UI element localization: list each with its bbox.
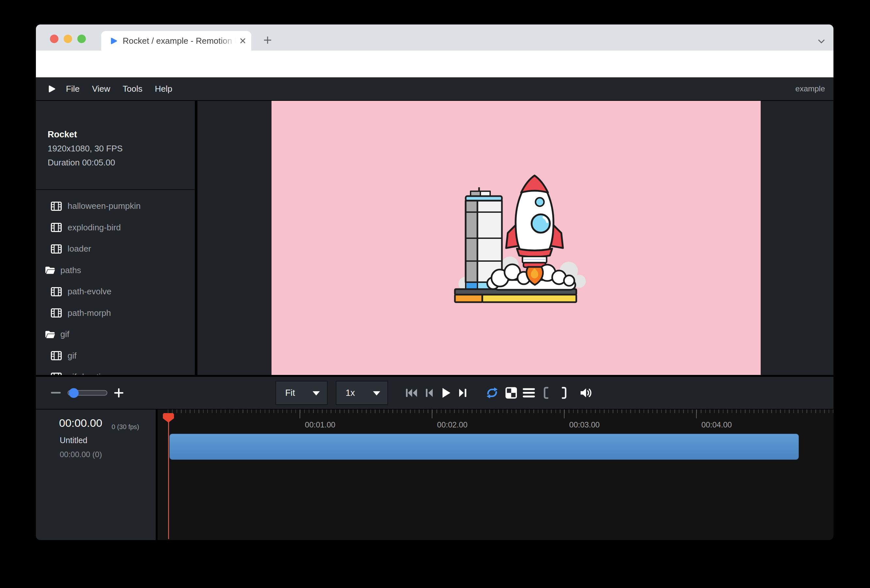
track-time-label: 00:00.00 (0) xyxy=(60,450,102,459)
rocket-illustration xyxy=(450,170,587,307)
tab-close-icon[interactable] xyxy=(240,37,246,44)
volume-button[interactable] xyxy=(579,387,594,399)
close-window-button[interactable] xyxy=(50,34,58,43)
sidebar-item-gif[interactable]: gif xyxy=(36,345,195,367)
loop-toggle-button[interactable] xyxy=(484,387,500,399)
volume-icon xyxy=(580,387,593,399)
next-frame-button[interactable] xyxy=(457,387,469,398)
ruler-label: 00:01.00 xyxy=(297,420,343,429)
sidebar-divider xyxy=(36,189,195,190)
sidebar-item-loader[interactable]: loader xyxy=(36,238,195,260)
main-area: Rocket 1920x1080, 30 FPS Duration 00:05.… xyxy=(36,101,833,375)
browser-tab[interactable]: Rocket / example - Remotion P xyxy=(101,31,251,51)
timeline-rows-button[interactable] xyxy=(522,388,535,398)
film-icon xyxy=(51,308,62,318)
bracket-in-icon xyxy=(543,387,549,399)
zoom-out-button[interactable] xyxy=(51,392,61,394)
app-menubar: File View Tools Help example xyxy=(36,77,833,100)
tab-title: Rocket / example - Remotion P xyxy=(123,36,240,46)
film-icon xyxy=(51,351,62,360)
timeline-info-panel: 00:00.00 0 (30 fps) Untitled 00:00.00 (0… xyxy=(36,409,156,540)
in-point-button[interactable] xyxy=(542,387,550,399)
skip-start-icon xyxy=(405,387,418,398)
minus-icon xyxy=(51,392,61,394)
sidebar-preview-divider xyxy=(195,101,197,375)
film-icon xyxy=(51,201,62,211)
remotion-logo-icon[interactable] xyxy=(46,84,56,94)
next-frame-icon xyxy=(458,387,467,398)
tab-search-chevron-icon[interactable] xyxy=(816,38,826,45)
composition-info: Rocket 1920x1080, 30 FPS Duration 00:05.… xyxy=(48,130,123,168)
ruler-tick xyxy=(432,409,432,418)
composition-meta: 1920x1080, 30 FPS xyxy=(48,144,123,154)
skip-to-start-button[interactable] xyxy=(405,387,419,398)
timeline: 00:00.00 0 (30 fps) Untitled 00:00.00 (0… xyxy=(36,409,833,540)
composition-list: halloween-pumpkin exploding-bird loader … xyxy=(36,195,195,375)
zoom-in-button[interactable] xyxy=(113,388,124,397)
sidebar-folder-paths[interactable]: paths xyxy=(36,260,195,281)
playhead-marker[interactable] xyxy=(163,413,174,423)
previous-frame-icon xyxy=(425,387,434,398)
remotion-favicon-icon xyxy=(108,36,118,45)
ruler-label: 00:02.00 xyxy=(429,420,475,429)
canvas-size-select[interactable]: Fit xyxy=(276,381,328,405)
sidebar-item-halloween-pumpkin[interactable]: halloween-pumpkin xyxy=(36,195,195,217)
folder-open-icon xyxy=(45,266,55,275)
rocket xyxy=(506,176,563,267)
playhead-line xyxy=(168,422,169,539)
out-point-button[interactable] xyxy=(560,387,569,399)
chevron-down-icon xyxy=(373,391,380,396)
menu-view[interactable]: View xyxy=(86,84,116,94)
menu-tools[interactable]: Tools xyxy=(116,84,149,94)
composition-duration: Duration 00:05.00 xyxy=(48,158,123,168)
current-frame-display: 0 (30 fps) xyxy=(112,423,139,431)
transparency-toggle-button[interactable] xyxy=(505,387,518,399)
current-time-display: 00:00.00 xyxy=(59,417,102,429)
loop-icon xyxy=(485,387,500,399)
track-name-label[interactable]: Untitled xyxy=(60,436,88,445)
bracket-out-icon xyxy=(561,387,567,399)
composition-track-bar[interactable] xyxy=(169,434,799,460)
play-button[interactable] xyxy=(440,387,452,399)
sidebar-item-gif-duration[interactable]: gif-duration xyxy=(36,366,195,375)
video-canvas xyxy=(271,101,761,375)
previous-frame-button[interactable] xyxy=(423,387,435,398)
sidebar-folder-gif[interactable]: gif xyxy=(36,324,195,345)
player-toolbar: Fit 1x xyxy=(36,375,833,409)
playback-speed-value: 1x xyxy=(346,388,355,398)
ruler-tick xyxy=(696,409,697,418)
film-icon xyxy=(51,244,62,254)
timeline-tracks[interactable]: 00:01.00 00:02.00 00:03.00 00:04.00 xyxy=(158,409,833,540)
checkerboard-icon xyxy=(505,387,517,399)
film-icon xyxy=(51,223,62,232)
preview-panel xyxy=(197,101,833,375)
chevron-down-icon xyxy=(313,391,320,396)
compositions-sidebar: Rocket 1920x1080, 30 FPS Duration 00:05.… xyxy=(36,101,195,375)
launch-pad xyxy=(455,289,576,302)
zoom-slider[interactable] xyxy=(67,390,107,396)
composition-name: Rocket xyxy=(48,130,123,140)
plus-icon xyxy=(114,388,124,397)
sidebar-item-path-evolve[interactable]: path-evolve xyxy=(36,281,195,302)
browser-window: Rocket / example - Remotion P http://loc xyxy=(36,24,833,540)
folder-open-icon xyxy=(45,330,55,339)
menu-help[interactable]: Help xyxy=(149,84,179,94)
zoom-window-button[interactable] xyxy=(77,34,86,43)
play-icon xyxy=(441,387,451,399)
new-tab-button[interactable] xyxy=(262,34,273,46)
ruler-tick xyxy=(564,409,565,418)
film-icon xyxy=(51,287,62,296)
film-icon xyxy=(51,372,62,375)
tab-strip: Rocket / example - Remotion P xyxy=(36,24,833,51)
rows-icon xyxy=(523,388,535,398)
sidebar-item-exploding-bird[interactable]: exploding-bird xyxy=(36,217,195,238)
ruler-label: 00:04.00 xyxy=(694,420,739,429)
ruler-tick xyxy=(299,409,300,418)
playback-speed-select[interactable]: 1x xyxy=(336,381,388,405)
timeline-ruler[interactable] xyxy=(168,409,833,413)
ruler-label: 00:03.00 xyxy=(562,420,607,429)
menu-file[interactable]: File xyxy=(60,84,86,94)
sidebar-item-path-morph[interactable]: path-morph xyxy=(36,302,195,324)
minimize-window-button[interactable] xyxy=(64,34,72,43)
zoom-slider-knob[interactable] xyxy=(69,388,79,398)
